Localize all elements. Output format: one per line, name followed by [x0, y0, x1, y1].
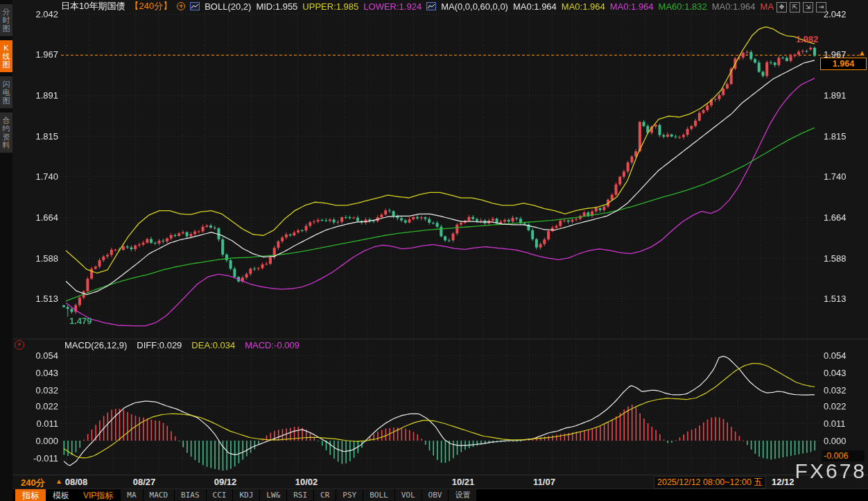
date-tick-label: 10/02: [295, 477, 318, 487]
mini-chart-icon[interactable]: [426, 2, 436, 10]
expand-panel-icon[interactable]: ⇥: [816, 2, 826, 12]
axis-label: 0.043: [14, 368, 58, 378]
sidebar-item-contract-info[interactable]: 合约资料: [0, 112, 12, 153]
sidebar-item-kline[interactable]: K线图: [0, 40, 12, 72]
current-bar-time-box: 2025/12/12 08:00~12:00 五: [654, 476, 766, 489]
toolbar-item-6[interactable]: CCI: [206, 489, 233, 501]
toolbar-item-0[interactable]: 指标: [15, 489, 46, 501]
ma-value-4: MA0:1.964: [712, 1, 756, 12]
axis-label: 1.664: [14, 212, 58, 223]
toolbar-item-15[interactable]: 设置: [448, 489, 476, 501]
chart-header: 日本10年期国债 【240分】 + BOLL(20,2) MID:1.955 U…: [61, 1, 774, 12]
ma-value-5: MA: [761, 1, 774, 12]
axis-label: 1.891: [824, 90, 867, 101]
axis-scale-down-icon[interactable]: ⇲: [803, 2, 813, 12]
toolbar-item-11[interactable]: PSY: [336, 489, 363, 501]
mini-chart-icon[interactable]: [190, 2, 200, 10]
chart-window-controls: ✥ ⇱ ⇲ ⇥: [776, 2, 826, 12]
toolbar-item-2[interactable]: VIP指标: [76, 489, 120, 501]
period-label[interactable]: 240分: [21, 477, 45, 489]
macd-name: MACD(26,12,9): [64, 340, 127, 350]
macd-indicator-row: MACD(26,12,9) DIFF:0.029 DEA:0.034 MACD:…: [64, 340, 300, 350]
high-price-label: 1.982: [796, 34, 819, 44]
instrument-title: 日本10年期国债: [61, 0, 125, 12]
ma-values: MA0:1.964MA0:1.964MA0:1.964MA60:1.832MA0…: [513, 1, 774, 12]
axis-label: 2.042: [824, 9, 867, 19]
ma-value-3: MA60:1.832: [659, 1, 707, 12]
last-date-label: 12/12: [772, 477, 795, 487]
macd-diff-value: DIFF:0.029: [137, 340, 182, 350]
macd-value: MACD:-0.009: [245, 340, 300, 350]
period-badge[interactable]: 【240分】: [130, 0, 172, 12]
axis-scale-up-icon[interactable]: ⇱: [790, 2, 800, 12]
axis-label: 0.011: [824, 418, 867, 429]
toolbar-item-9[interactable]: RSI: [286, 489, 313, 501]
axis-label: 1.740: [14, 171, 58, 182]
axis-label: 1.891: [14, 90, 58, 101]
axis-label: 1.588: [824, 253, 867, 264]
toolbar-item-7[interactable]: KDJ: [232, 489, 259, 501]
toolbar-item-5[interactable]: BIAS: [174, 489, 206, 501]
boll-upper-value: UPPER:1.985: [302, 1, 358, 12]
period-dropdown-icon[interactable]: ▲: [55, 477, 62, 485]
time-axis: 240分 ▲ 08/0808/2709/1210/0210/2111/07 20…: [12, 475, 868, 489]
add-indicator-icon[interactable]: +: [177, 2, 185, 10]
macd-dea-value: DEA:0.034: [191, 340, 235, 350]
ma-value-2: MA0:1.964: [610, 1, 654, 12]
sidebar-item-timeshare[interactable]: 分时图: [0, 4, 12, 36]
boll-label: BOLL(20,2): [205, 1, 251, 12]
axis-label: 1.513: [14, 294, 58, 304]
ma-value-0: MA0:1.964: [513, 1, 557, 12]
axis-label: 1.588: [14, 253, 58, 264]
toolbar-item-8[interactable]: LW&: [259, 489, 286, 501]
pan-icon[interactable]: ✥: [776, 2, 787, 12]
axis-label: 1.513: [824, 294, 867, 304]
ma-label: MA(0,0,0,60,0,0): [441, 1, 508, 12]
ma-value-1: MA0:1.964: [562, 1, 605, 12]
date-tick-label: 08/08: [65, 477, 88, 487]
axis-label: 0.000: [824, 436, 867, 446]
axis-label: 1.815: [14, 131, 58, 142]
axis-label: 0.011: [14, 418, 58, 429]
pane-resize-handle-icon[interactable]: ✳: [15, 340, 24, 350]
last-price-box: 1.964: [820, 58, 867, 70]
axis-label: 1.815: [824, 131, 867, 142]
boll-mid-value: MID:1.955: [256, 1, 297, 12]
date-tick-label: 10/21: [452, 477, 475, 487]
toolbar-item-3[interactable]: MA: [120, 489, 142, 501]
axis-label: 1.664: [824, 212, 867, 223]
indicator-toolbar: 指标模板VIP指标MAMACDBIASCCIKDJLW&RSICRPSYBOLL…: [12, 489, 868, 501]
axis-label: 0.022: [14, 401, 58, 411]
toolbar-item-13[interactable]: VOL: [394, 489, 422, 501]
axis-label: 1.740: [824, 171, 867, 182]
scroll-to-latest-icon[interactable]: ▲: [858, 49, 866, 57]
toolbar-item-1[interactable]: 模板: [46, 489, 76, 501]
toolbar-item-14[interactable]: OBV: [422, 489, 449, 501]
fx678-watermark: FX678: [795, 459, 867, 483]
toolbar-item-4[interactable]: MACD: [143, 489, 175, 501]
sidebar-item-lightning[interactable]: 闪电图: [0, 76, 12, 108]
axis-label: 0.054: [14, 350, 58, 361]
low-price-label: 1.479: [69, 316, 92, 326]
boll-lower-value: LOWER:1.924: [363, 1, 422, 12]
axis-label: 0.022: [824, 401, 867, 411]
axis-label: 0.000: [14, 436, 58, 446]
axis-label: 0.032: [824, 385, 867, 396]
axis-label: 2.042: [14, 9, 58, 19]
axis-label: 0.043: [824, 368, 867, 378]
toolbar-item-10[interactable]: CR: [313, 489, 336, 501]
axis-label: -0.011: [14, 453, 58, 464]
axis-label: 1.967: [14, 49, 58, 60]
date-tick-label: 08/27: [133, 477, 156, 487]
axis-label: 0.054: [824, 350, 867, 361]
price-chart-canvas[interactable]: [0, 0, 868, 501]
left-sidebar: 分时图 K线图 闪电图 合约资料: [0, 0, 12, 501]
toolbar-item-12[interactable]: BOLL: [363, 489, 394, 501]
date-tick-label: 11/07: [533, 477, 555, 487]
date-tick-label: 09/12: [214, 477, 237, 487]
chart-app-window: 分时图 K线图 闪电图 合约资料 日本10年期国债 【240分】 + BOLL(…: [0, 0, 868, 501]
axis-label: 0.032: [14, 385, 58, 396]
